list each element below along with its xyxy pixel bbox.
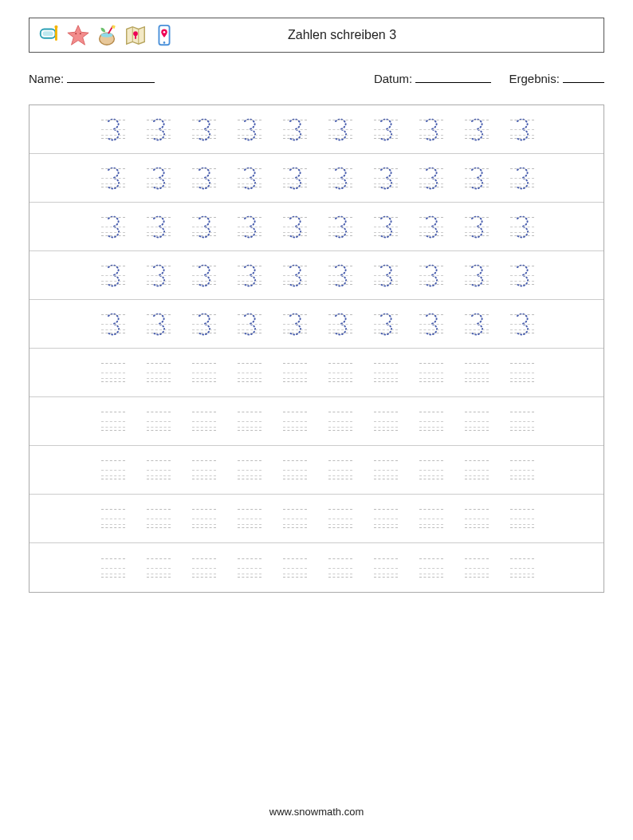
practice-cell[interactable]	[283, 554, 307, 582]
practice-cell[interactable]	[328, 261, 352, 290]
practice-cell[interactable]	[374, 212, 398, 241]
practice-cell[interactable]	[374, 310, 398, 338]
practice-cell[interactable]	[328, 310, 352, 338]
practice-cell[interactable]	[510, 504, 534, 533]
practice-cell[interactable]	[147, 212, 171, 241]
practice-cell[interactable]	[510, 358, 534, 387]
practice-cell[interactable]	[101, 504, 125, 533]
practice-cell[interactable]	[283, 455, 307, 484]
practice-cell[interactable]	[192, 455, 216, 484]
practice-cell[interactable]	[238, 115, 261, 144]
practice-cell[interactable]	[192, 164, 216, 192]
practice-cell[interactable]	[374, 115, 398, 144]
practice-cell[interactable]	[147, 164, 171, 192]
practice-cell[interactable]	[510, 554, 534, 582]
practice-cell[interactable]	[374, 554, 398, 582]
practice-cell[interactable]	[101, 358, 125, 387]
practice-cell[interactable]	[238, 554, 261, 582]
practice-cell[interactable]	[101, 455, 125, 484]
practice-cell[interactable]	[101, 115, 125, 144]
practice-cell[interactable]	[283, 358, 307, 387]
practice-cell[interactable]	[238, 504, 261, 533]
practice-cell[interactable]	[374, 358, 398, 387]
date-blank[interactable]	[415, 72, 491, 83]
practice-cell[interactable]	[510, 164, 534, 192]
practice-cell[interactable]	[419, 261, 443, 290]
practice-cell[interactable]	[328, 455, 352, 484]
practice-cell[interactable]	[238, 358, 261, 387]
practice-cell[interactable]	[465, 554, 489, 582]
practice-cell[interactable]	[465, 407, 489, 436]
practice-cell[interactable]	[374, 455, 398, 484]
practice-cell[interactable]	[283, 164, 307, 192]
practice-cell[interactable]	[147, 358, 171, 387]
practice-cell[interactable]	[510, 115, 534, 144]
practice-cell[interactable]	[328, 115, 352, 144]
practice-cell[interactable]	[101, 212, 125, 241]
practice-cell[interactable]	[192, 310, 216, 338]
practice-cell[interactable]	[419, 164, 443, 192]
practice-cell[interactable]	[192, 554, 216, 582]
practice-cell[interactable]	[419, 554, 443, 582]
practice-cell[interactable]	[510, 407, 534, 436]
practice-cell[interactable]	[419, 504, 443, 533]
practice-cell[interactable]	[374, 504, 398, 533]
practice-cell[interactable]	[328, 504, 352, 533]
practice-cell[interactable]	[510, 455, 534, 484]
practice-cell[interactable]	[465, 455, 489, 484]
practice-cell[interactable]	[510, 310, 534, 338]
practice-cell[interactable]	[238, 455, 261, 484]
practice-cell[interactable]	[238, 212, 261, 241]
practice-cell[interactable]	[238, 164, 261, 192]
practice-cell[interactable]	[147, 310, 171, 338]
practice-cell[interactable]	[192, 115, 216, 144]
practice-cell[interactable]	[328, 164, 352, 192]
practice-cell[interactable]	[147, 504, 171, 533]
practice-cell[interactable]	[147, 554, 171, 582]
practice-cell[interactable]	[465, 212, 489, 241]
practice-cell[interactable]	[419, 407, 443, 436]
practice-cell[interactable]	[465, 164, 489, 192]
practice-cell[interactable]	[147, 115, 171, 144]
practice-cell[interactable]	[374, 407, 398, 436]
practice-cell[interactable]	[147, 455, 171, 484]
result-blank[interactable]	[563, 72, 604, 83]
practice-cell[interactable]	[465, 261, 489, 290]
practice-cell[interactable]	[238, 261, 261, 290]
practice-cell[interactable]	[510, 212, 534, 241]
practice-cell[interactable]	[101, 554, 125, 582]
practice-cell[interactable]	[238, 310, 261, 338]
practice-cell[interactable]	[419, 115, 443, 144]
practice-cell[interactable]	[101, 164, 125, 192]
practice-cell[interactable]	[101, 261, 125, 290]
practice-cell[interactable]	[465, 115, 489, 144]
practice-cell[interactable]	[192, 504, 216, 533]
practice-cell[interactable]	[328, 554, 352, 582]
practice-cell[interactable]	[374, 261, 398, 290]
practice-cell[interactable]	[283, 310, 307, 338]
practice-cell[interactable]	[328, 407, 352, 436]
practice-cell[interactable]	[101, 310, 125, 338]
name-blank[interactable]	[67, 72, 155, 83]
practice-cell[interactable]	[101, 407, 125, 436]
practice-cell[interactable]	[147, 407, 171, 436]
practice-cell[interactable]	[147, 261, 171, 290]
practice-cell[interactable]	[374, 164, 398, 192]
practice-cell[interactable]	[283, 261, 307, 290]
practice-cell[interactable]	[419, 455, 443, 484]
practice-cell[interactable]	[283, 212, 307, 241]
practice-cell[interactable]	[192, 212, 216, 241]
practice-cell[interactable]	[465, 310, 489, 338]
practice-cell[interactable]	[510, 261, 534, 290]
practice-cell[interactable]	[192, 261, 216, 290]
practice-cell[interactable]	[192, 358, 216, 387]
practice-cell[interactable]	[192, 407, 216, 436]
practice-cell[interactable]	[419, 358, 443, 387]
practice-cell[interactable]	[238, 407, 261, 436]
practice-cell[interactable]	[283, 115, 307, 144]
practice-cell[interactable]	[419, 212, 443, 241]
practice-cell[interactable]	[465, 504, 489, 533]
practice-cell[interactable]	[283, 407, 307, 436]
practice-cell[interactable]	[465, 358, 489, 387]
practice-cell[interactable]	[283, 504, 307, 533]
